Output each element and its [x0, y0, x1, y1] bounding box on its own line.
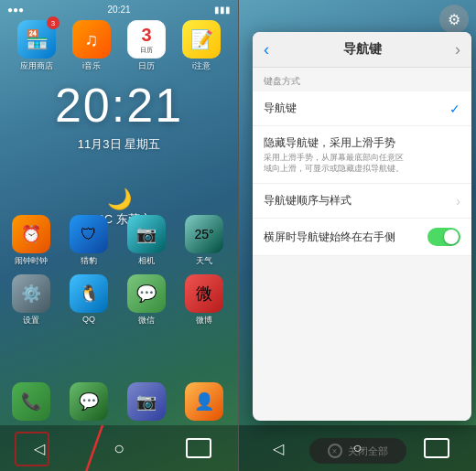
navkey-checkmark: ✓ — [449, 102, 460, 116]
nav-recent-icon — [186, 438, 211, 458]
status-signal: ●●● — [7, 5, 24, 15]
app-security[interactable]: 🛡 猎豹 — [65, 215, 113, 267]
dock-phone[interactable]: 📞 — [7, 382, 55, 421]
right-phone: ⚙ 3 6 9 非 ‹ 导航键 › 键盘方式 导航键 ✓ 隐藏导航键，采用上滑手… — [239, 0, 476, 471]
settings-item-hide-title: 隐藏导航键，采用上滑手势 — [264, 135, 410, 151]
right-nav-recent-btn[interactable] — [422, 434, 451, 463]
settings-section-label: 键盘方式 — [253, 68, 471, 91]
right-nav-back-btn[interactable]: ◁ — [264, 434, 293, 463]
app-qq-label: QQ — [82, 315, 95, 324]
status-time: 20:21 — [108, 5, 131, 15]
app-security-label: 猎豹 — [81, 255, 97, 267]
settings-item-navkey-title: 导航键 — [264, 101, 297, 116]
app-wechat[interactable]: 💬 微信 — [123, 274, 170, 326]
app-alarm-icon: ⏰ — [12, 215, 50, 253]
app-music-label: i音乐 — [82, 60, 101, 72]
app-qq[interactable]: 🐧 QQ — [65, 274, 113, 326]
clock-time: 20:21 — [0, 78, 238, 133]
dock-contacts-icon: 👤 — [185, 382, 223, 421]
dock: 📞 💬 📷 👤 — [0, 382, 238, 421]
app-wechat-icon: 💬 — [127, 274, 166, 313]
clock-area: 20:21 11月3日 星期五 — [0, 78, 238, 153]
dock-camera-icon: 📷 — [127, 382, 166, 421]
top-apps-row: 🏪 3 应用商店 ♫ i音乐 3 日历 日历 📝 i注意 — [0, 20, 238, 72]
nav-back-btn[interactable]: ◁ — [25, 434, 54, 463]
status-bar-left: ●●● 20:21 ▮▮▮ — [0, 0, 238, 18]
app-alarm[interactable]: ⏰ 闹钟时钟 — [7, 215, 55, 267]
settings-item-landscape-title: 横屏时导航键始终在右手侧 — [264, 230, 395, 245]
app-settings-label: 设置 — [23, 315, 39, 326]
app-widget-icon: 25° — [185, 215, 223, 253]
nav-bar-right: ◁ ○ — [239, 425, 476, 471]
settings-item-landscape-main: 横屏时导航键始终在右手侧 — [264, 230, 395, 245]
app-weibo-icon: 微 — [185, 274, 223, 313]
settings-item-hide[interactable]: 隐藏导航键，采用上滑手势 采用上滑手势，从屏幕最底部向任意区域向上滑，可显示或隐… — [253, 126, 471, 184]
dock-camera[interactable]: 📷 — [123, 382, 170, 421]
settings-item-landscape[interactable]: 横屏时导航键始终在右手侧 — [253, 219, 471, 256]
app-security-icon: 🛡 — [70, 215, 108, 253]
settings-item-navkey[interactable]: 导航键 ✓ — [253, 91, 471, 126]
app-appstore-label: 应用商店 — [20, 60, 53, 72]
app-notes[interactable]: 📝 i注意 — [178, 20, 225, 72]
app-calendar-label: 日历 — [138, 60, 155, 72]
app-calendar[interactable]: 3 日历 日历 — [123, 20, 170, 72]
dock-contacts[interactable]: 👤 — [180, 382, 228, 421]
app-music[interactable]: ♫ i音乐 — [68, 20, 115, 72]
app-notes-icon: 📝 — [182, 20, 221, 59]
app-camera-main-label: 相机 — [138, 255, 155, 267]
app-appstore[interactable]: 🏪 3 应用商店 — [13, 20, 60, 72]
app-alarm-label: 闹钟时钟 — [15, 255, 48, 267]
app-notes-label: i注意 — [192, 60, 211, 72]
settings-item-hide-main: 隐藏导航键，采用上滑手势 采用上滑手势，从屏幕最底部向任意区域向上滑，可显示或隐… — [264, 135, 410, 174]
left-phone: ●●● 20:21 ▮▮▮ 🏪 3 应用商店 ♫ i音乐 3 日历 — [0, 0, 238, 471]
settings-item-hide-subtitle: 采用上滑手势，从屏幕最底部向任意区域向上滑，可显示或隐藏虚拟导航键。 — [264, 153, 410, 174]
settings-item-order-main: 导航键顺序与样式 — [264, 193, 352, 209]
dock-phone-icon: 📞 — [12, 382, 50, 421]
settings-item-order-title: 导航键顺序与样式 — [264, 193, 352, 209]
right-nav-home-btn[interactable]: ○ — [342, 434, 372, 463]
app-weather-label: 天气 — [196, 255, 212, 267]
appstore-badge: 3 — [47, 16, 60, 29]
app-weibo-label: 微博 — [196, 315, 212, 326]
right-nav-recent-icon — [424, 438, 449, 458]
settings-panel: ‹ 导航键 › 键盘方式 导航键 ✓ 隐藏导航键，采用上滑手势 采用上滑手势，从… — [253, 32, 471, 421]
app-weather[interactable]: 25° 天气 — [180, 215, 228, 267]
order-arrow-icon: › — [456, 194, 460, 209]
red-arrow — [57, 421, 130, 471]
settings-item-order[interactable]: 导航键顺序与样式 › — [253, 184, 471, 219]
dock-messages-icon: 💬 — [70, 382, 108, 421]
settings-back-btn[interactable]: ‹ — [264, 40, 269, 59]
app-appstore-icon: 🏪 3 — [17, 20, 56, 59]
svg-line-1 — [75, 425, 103, 471]
settings-item-navkey-main: 导航键 — [264, 101, 297, 116]
settings-title: 导航键 — [343, 41, 382, 58]
nav-recent-btn[interactable] — [184, 434, 213, 463]
app-qq-icon: 🐧 — [70, 274, 108, 313]
landscape-toggle[interactable] — [427, 228, 460, 246]
settings-gear-icon[interactable]: ⚙ — [439, 5, 469, 34]
settings-forward-icon: › — [455, 40, 460, 59]
status-battery: ▮▮▮ — [214, 5, 231, 15]
clock-date: 11月3日 星期五 — [0, 136, 238, 153]
app-calendar-icon: 3 日历 — [127, 20, 166, 59]
main-apps-grid: ⏰ 闹钟时钟 🛡 猎豹 📷 相机 25° 天气 ⚙️ 设置 🐧 QQ 💬 微信 … — [0, 215, 238, 326]
app-weibo[interactable]: 微 微博 — [180, 274, 228, 326]
settings-header: ‹ 导航键 › — [253, 32, 471, 68]
app-wechat-label: 微信 — [138, 315, 155, 326]
app-settings[interactable]: ⚙️ 设置 — [7, 274, 55, 326]
app-camera-main[interactable]: 📷 相机 — [123, 215, 170, 267]
app-music-icon: ♫ — [72, 20, 111, 59]
dock-messages[interactable]: 💬 — [65, 382, 113, 421]
app-weather-icon: 📷 — [127, 215, 166, 253]
app-settings-icon: ⚙️ — [12, 274, 50, 313]
